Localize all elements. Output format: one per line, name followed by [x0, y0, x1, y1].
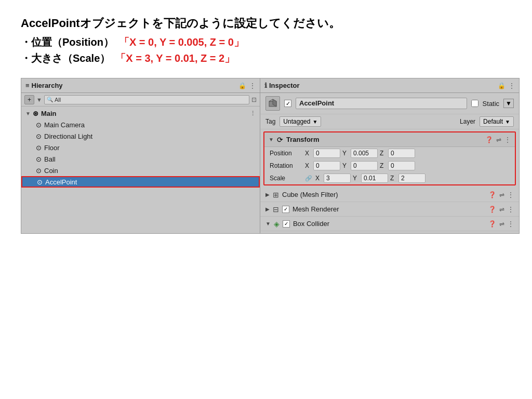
tag-dropdown[interactable]: Untagged ▼ — [280, 116, 321, 127]
inspector-dots-icon[interactable]: ⋮ — [509, 82, 515, 89]
scale-y-input[interactable] — [361, 174, 388, 183]
inspector-panel: ℹ Inspector 🔒 ⋮ ✓ AccelPoint Static ▼ — [260, 78, 519, 233]
main-dots[interactable]: ⋮ — [250, 110, 256, 117]
hierarchy-item-main-camera-label: Main Camera — [44, 121, 85, 129]
layer-dropdown-arrow: ▼ — [505, 119, 510, 125]
transform-position-row: Position X Y Z — [264, 147, 515, 159]
transform-settings-icon[interactable]: ⇌ — [496, 136, 501, 143]
hierarchy-item-main-camera[interactable]: ⊙ Main Camera — [21, 119, 260, 130]
search-input[interactable] — [55, 97, 247, 103]
mesh-renderer-checkbox[interactable]: ✓ — [282, 206, 289, 213]
box-collider-help-icon[interactable]: ❓ — [488, 220, 496, 228]
hierarchy-item-coin[interactable]: ⊙ Coin — [21, 165, 260, 176]
hierarchy-content: ▼ ⊛ Main ⋮ ⊙ Main Camera ⊙ Directional L… — [21, 107, 260, 189]
rotation-z-letter: Z — [380, 162, 386, 169]
transform-help-icon[interactable]: ❓ — [485, 136, 493, 143]
hierarchy-item-floor[interactable]: ⊙ Floor — [21, 142, 260, 153]
search-box[interactable]: 🔍 — [44, 95, 249, 104]
mesh-filter-help-icon[interactable]: ❓ — [488, 191, 496, 198]
transform-scale-row: Scale 🔗 X Y Z — [264, 172, 515, 184]
scale-link-icon: 🔗 — [305, 175, 312, 182]
gameobject-name-field[interactable]: AccelPoint — [296, 98, 467, 109]
mesh-renderer-settings-icon[interactable]: ⇌ — [499, 206, 504, 213]
resize-icon[interactable]: ⊡ — [251, 96, 257, 103]
mesh-renderer-icon: ⊟ — [273, 205, 279, 214]
rotation-x-input[interactable] — [313, 161, 340, 170]
transform-name: Transform — [286, 136, 482, 143]
static-checkbox[interactable] — [471, 100, 478, 107]
mesh-filter-settings-icon[interactable]: ⇌ — [499, 191, 504, 198]
hierarchy-item-accelpoint-label: AccelPoint — [45, 178, 77, 186]
hierarchy-toolbar: + ▼ 🔍 ⊡ — [21, 93, 260, 107]
mesh-filter-dots-icon[interactable]: ⋮ — [508, 191, 514, 198]
layer-value: Default — [483, 118, 503, 125]
inspector-title-group: ℹ Inspector — [264, 82, 300, 89]
hierarchy-dots-icon[interactable]: ⋮ — [249, 82, 256, 89]
static-label: Static — [483, 100, 500, 108]
box-collider-settings-icon[interactable]: ⇌ — [499, 220, 504, 228]
scale-axis-group: 🔗 X Y Z — [305, 174, 510, 183]
box-collider-checkbox[interactable]: ✓ — [283, 220, 290, 228]
rotation-y-input[interactable] — [351, 161, 378, 170]
scale-x-letter: X — [315, 175, 322, 182]
transform-dots-icon[interactable]: ⋮ — [504, 136, 511, 143]
box-collider-name: Box Collider — [293, 220, 485, 228]
add-button[interactable]: + — [24, 95, 34, 104]
bullet1-value: 「X = 0, Y = 0.005, Z = 0」 — [119, 35, 244, 49]
ball-icon: ⊙ — [36, 155, 42, 163]
layer-dropdown[interactable]: Default ▼ — [480, 116, 514, 127]
position-y-input[interactable] — [351, 149, 378, 158]
hierarchy-item-main[interactable]: ▼ ⊛ Main ⋮ — [21, 108, 260, 119]
mesh-renderer-row: ▶ ⊟ ✓ Mesh Renderer ❓ ⇌ ⋮ — [260, 202, 519, 217]
instruction-line2: ・位置（Position） 「X = 0, Y = 0.005, Z = 0」 — [21, 35, 511, 49]
box-collider-dots-icon[interactable]: ⋮ — [508, 220, 514, 228]
mesh-renderer-help-icon[interactable]: ❓ — [488, 206, 496, 213]
inspector-header-icons: 🔒 ⋮ — [498, 82, 515, 89]
rotation-x-letter: X — [305, 162, 311, 169]
hierarchy-item-main-label: Main — [41, 110, 57, 117]
filter-icon[interactable]: ▼ — [36, 97, 42, 103]
transform-section: ▼ ⟳ Transform ❓ ⇌ ⋮ Position X Y Z — [263, 131, 516, 185]
position-axis-group: X Y Z — [305, 149, 510, 158]
transform-icon: ⟳ — [277, 136, 283, 144]
hierarchy-item-directional-light-label: Directional Light — [44, 132, 92, 140]
scale-y-letter: Y — [353, 175, 359, 182]
tag-value: Untagged — [283, 118, 310, 125]
tag-dropdown-arrow: ▼ — [312, 119, 317, 125]
position-label: Position — [270, 150, 302, 157]
hierarchy-item-directional-light[interactable]: ⊙ Directional Light — [21, 130, 260, 142]
tag-label: Tag — [265, 118, 275, 125]
inspector-lock-icon[interactable]: 🔒 — [498, 82, 506, 89]
static-dropdown[interactable]: ▼ — [503, 99, 514, 108]
transform-header: ▼ ⟳ Transform ❓ ⇌ ⋮ — [264, 132, 515, 147]
mesh-filter-expand[interactable]: ▶ — [265, 192, 270, 197]
bullet2-label: ・大きさ（Scale） — [21, 51, 110, 65]
box-collider-expand[interactable]: ▼ — [265, 221, 271, 227]
hierarchy-header: ≡ Hierarchy 🔒 ⋮ — [21, 78, 260, 93]
mesh-renderer-name: Mesh Renderer — [292, 205, 485, 213]
scale-x-input[interactable] — [324, 174, 351, 183]
instructions-block: AccelPointオブジェクトを下記のように設定してください。 ・位置（Pos… — [21, 16, 511, 65]
hierarchy-item-floor-label: Floor — [44, 144, 60, 152]
hierarchy-item-accelpoint[interactable]: ⊙ AccelPoint — [21, 176, 260, 188]
light-icon: ⊙ — [36, 132, 42, 140]
hierarchy-item-ball[interactable]: ⊙ Ball — [21, 153, 260, 165]
hierarchy-item-ball-label: Ball — [44, 155, 56, 163]
mesh-renderer-expand[interactable]: ▶ — [265, 206, 270, 212]
gameobject-active-checkbox[interactable]: ✓ — [284, 100, 291, 107]
mesh-renderer-dots-icon[interactable]: ⋮ — [508, 206, 514, 213]
inspector-title: Inspector — [269, 82, 300, 89]
position-x-input[interactable] — [313, 149, 340, 158]
coin-icon: ⊙ — [36, 167, 42, 175]
camera-icon: ⊙ — [36, 121, 42, 129]
position-z-input[interactable] — [388, 149, 415, 158]
position-y-letter: Y — [342, 150, 349, 157]
lock-icon[interactable]: 🔒 — [238, 82, 246, 89]
instruction-line1: AccelPointオブジェクトを下記のように設定してください。 — [21, 16, 511, 31]
box-collider-row: ▼ ◈ ✓ Box Collider ❓ ⇌ ⋮ — [260, 217, 519, 231]
rotation-z-input[interactable] — [388, 161, 415, 170]
scale-z-letter: Z — [390, 175, 396, 182]
transform-expand-arrow[interactable]: ▼ — [269, 137, 274, 142]
scale-z-input[interactable] — [398, 174, 425, 183]
search-icon: 🔍 — [47, 97, 53, 102]
